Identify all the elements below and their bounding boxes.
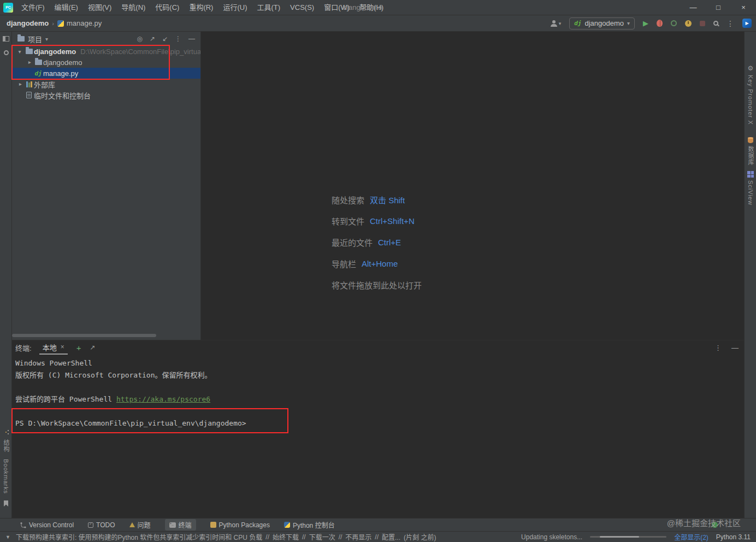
search-icon[interactable] — [713, 21, 718, 26]
run-config-select[interactable]: dj djangodemo ▾ — [569, 17, 635, 30]
tree-row-scratches[interactable]: 临时文件和控制台 — [12, 90, 200, 101]
separator: // — [302, 533, 306, 541]
close-button[interactable]: × — [731, 0, 756, 15]
code-with-me-button[interactable]: ▾ — [550, 20, 562, 27]
project-root-path: D:\WorkSpace\CommonFile\pip_virtual_env — [80, 48, 200, 56]
hint-recent-files: 最近的文件 Ctrl+E — [332, 232, 422, 253]
download-icon: ▼ — [5, 534, 10, 540]
terminal-text: 尝试新的跨平台 PowerShell — [15, 395, 116, 403]
chevron-right-icon: › — [52, 20, 54, 27]
new-terminal-icon[interactable]: + — [76, 343, 81, 352]
action-download-once[interactable]: 下载一次 — [309, 532, 335, 541]
menu-file[interactable]: 文件(F) — [16, 0, 50, 15]
status-bar-right: Updating skeletons... 全部显示(2) Python 3.1… — [521, 532, 751, 541]
action-dont-show[interactable]: 不再显示 — [345, 532, 371, 541]
toolwindow-label: 终端 — [179, 520, 192, 529]
hint-label: 导航栏 — [332, 258, 356, 269]
breadcrumb-file[interactable]: manage.py — [67, 19, 102, 27]
action-always-download[interactable]: 始终下载 — [273, 532, 299, 541]
toolwindow-label: Version Control — [29, 521, 74, 529]
project-toolwindow-icon[interactable] — [3, 36, 9, 42]
debug-button[interactable] — [657, 20, 663, 27]
terminal-line: 版权所有 (C) Microsoft Corporation。保留所有权利。 — [15, 369, 744, 381]
menu-refactor[interactable]: 重构(R) — [184, 0, 218, 15]
close-icon[interactable]: × — [61, 343, 64, 351]
menu-view[interactable]: 视图(V) — [83, 0, 116, 15]
more-icon[interactable]: ⋮ — [714, 344, 722, 352]
status-message: 下载预构建共享索引: 使用预构建的Python 软件包共享索引减少索引时间和 C… — [16, 532, 262, 541]
pscore6-link[interactable]: https://aka.ms/pscore6 — [116, 395, 210, 403]
tree-row-project-root[interactable]: ▾ djangodemo D:\WorkSpace\CommonFile\pip… — [12, 46, 200, 57]
menu-vcs[interactable]: VCS(S) — [285, 0, 319, 15]
more-icon[interactable]: ⋮ — [727, 19, 734, 28]
pycharm-logo-icon[interactable]: PC — [3, 3, 13, 13]
menu-navigate[interactable]: 导航(N) — [116, 0, 150, 15]
database-label: 数据库 — [746, 146, 755, 166]
warning-icon — [129, 522, 135, 527]
run-button[interactable]: ▶ — [643, 19, 648, 27]
chevron-right-icon[interactable]: ▾ — [17, 80, 23, 89]
show-all-link[interactable]: 全部显示(2) — [674, 532, 708, 541]
hint-goto-file: 转到文件 Ctrl+Shift+N — [332, 210, 422, 232]
terminal-line — [15, 405, 744, 417]
toolwindow-key-promoter[interactable]: ⚙ Key Promoter X — [745, 64, 756, 125]
terminal-line: 尝试新的跨平台 PowerShell https://aka.ms/pscore… — [15, 393, 744, 405]
sciview-icon — [747, 171, 754, 178]
chevron-right-icon[interactable]: ▾ — [26, 58, 32, 67]
center-column: 项目 ▾ ◎ ↗ ↙ ⋮ — ▾ — [12, 32, 744, 518]
hint-shortcut: Ctrl+Shift+N — [370, 216, 415, 226]
plugin-icon[interactable]: ▶ — [742, 19, 752, 28]
tree-row-manage-py[interactable]: dj manage.py — [12, 68, 200, 79]
python-interpreter[interactable]: Python 3.11 — [716, 533, 751, 541]
project-panel-actions: ◎ ↗ ↙ ⋮ — — [137, 35, 195, 43]
tree-row-subfolder[interactable]: ▾ djangodemo — [12, 57, 200, 68]
tree-row-external-libraries[interactable]: ▾ 外部库 — [12, 79, 200, 90]
expand-all-icon[interactable]: ↗ — [150, 35, 155, 43]
minimize-button[interactable]: — — [681, 0, 706, 15]
hide-panel-icon[interactable]: — — [188, 35, 195, 43]
menu-edit[interactable]: 编辑(E) — [50, 0, 83, 15]
toolwindow-bar: Version Control TODO 问题 终端 Python Packag… — [0, 518, 756, 531]
horizontal-scrollbar[interactable] — [12, 334, 156, 337]
project-tree: ▾ djangodemo D:\WorkSpace\CommonFile\pip… — [12, 46, 200, 101]
panel-title[interactable]: 项目 — [28, 34, 42, 44]
toolwindow-database[interactable]: 数据库 — [745, 137, 756, 166]
chevron-down-icon[interactable]: ▾ — [15, 49, 24, 55]
toolwindow-python-packages[interactable]: Python Packages — [210, 521, 270, 529]
toolwindow-sciview[interactable]: SciView — [745, 171, 756, 205]
hide-panel-icon[interactable]: — — [731, 344, 739, 352]
toolwindow-version-control[interactable]: Version Control — [20, 521, 74, 529]
toolwindow-terminal[interactable]: 终端 — [165, 519, 196, 531]
more-icon[interactable]: ⋮ — [175, 35, 181, 43]
chevron-down-icon[interactable]: ▾ — [45, 36, 48, 42]
scratch-file-icon — [26, 92, 32, 98]
collapse-all-icon[interactable]: ↙ — [162, 35, 168, 43]
coverage-button[interactable] — [671, 20, 677, 26]
terminal-tab-local[interactable]: 本地 × — [39, 340, 68, 355]
breadcrumb-project[interactable]: djangodemo — [7, 19, 49, 27]
folder-icon — [17, 36, 25, 42]
maximize-button[interactable]: □ — [706, 0, 731, 15]
structure-icon — [5, 432, 7, 433]
toolwindow-bookmarks[interactable]: Bookmarks — [3, 459, 9, 494]
toolwindow-python-console[interactable]: Python 控制台 — [284, 520, 335, 529]
profiler-button[interactable] — [685, 20, 692, 27]
expand-icon[interactable]: ↗ — [90, 344, 95, 351]
tree-label: 外部库 — [34, 79, 55, 90]
toolwindow-problems[interactable]: 问题 — [129, 520, 151, 529]
terminal-line — [15, 381, 744, 393]
editor-area[interactable]: 随处搜索 双击 Shift 转到文件 Ctrl+Shift+N 最近的文件 Ct… — [201, 32, 744, 340]
locate-file-icon[interactable]: ◎ — [137, 35, 142, 43]
menu-code[interactable]: 代码(C) — [150, 0, 184, 15]
toolwindow-structure[interactable]: 结构 — [2, 439, 10, 452]
action-configure[interactable]: 配置... — [382, 532, 400, 541]
right-tool-strip: ⚙ Key Promoter X 数据库 SciView — [744, 32, 756, 518]
menu-run[interactable]: 运行(U) — [218, 0, 252, 15]
tree-label: djangodemo — [34, 48, 76, 56]
terminal-prompt[interactable]: PS D:\WorkSpace\CommonFile\pip_virtual_e… — [15, 417, 744, 429]
menu-tools[interactable]: 工具(T) — [252, 0, 285, 15]
commit-toolwindow-icon[interactable] — [4, 50, 9, 55]
hint-label: 随处搜索 — [332, 194, 364, 205]
terminal-output[interactable]: Windows PowerShell 版权所有 (C) Microsoft Co… — [12, 355, 744, 429]
toolwindow-todo[interactable]: TODO — [88, 521, 115, 529]
